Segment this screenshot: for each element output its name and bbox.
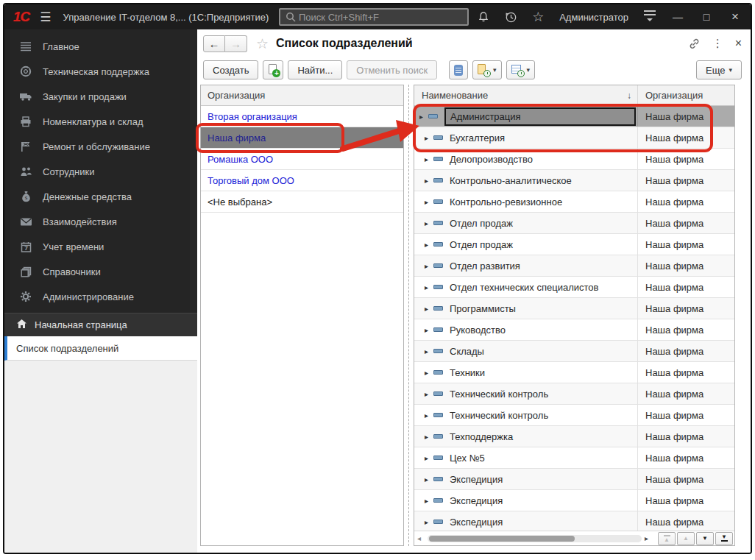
table-row[interactable]: ▸БухгалтерияНаша фирма <box>414 127 734 149</box>
go-bottom-button[interactable]: ▼ <box>715 532 733 545</box>
close-form-icon[interactable]: × <box>735 37 742 50</box>
cell-organization[interactable]: Наша фирма <box>638 362 734 383</box>
cell-organization[interactable]: Наша фирма <box>638 170 734 191</box>
sidebar-item-5[interactable]: Сотрудники <box>4 159 197 184</box>
expand-triangle-icon[interactable]: ▸ <box>425 283 433 291</box>
expand-triangle-icon[interactable]: ▸ <box>425 518 433 526</box>
create-new-group-button[interactable]: + <box>263 60 283 79</box>
cell-organization[interactable]: Наша фирма <box>638 213 734 233</box>
expand-triangle-icon[interactable]: ▸ <box>425 475 433 483</box>
back-button[interactable]: ← <box>203 35 225 52</box>
sidebar-item-9[interactable]: Справочники <box>4 259 197 284</box>
global-search[interactable] <box>279 8 469 26</box>
favorites-star-icon[interactable]: ☆ <box>531 10 545 24</box>
organizations-header[interactable]: Организация <box>201 85 403 106</box>
organization-row-4[interactable]: <Не выбрана> <box>201 191 403 213</box>
expand-triangle-icon[interactable]: ▸ <box>425 155 433 163</box>
table-row[interactable]: ▸ПрограммистыНаша фирма <box>414 298 734 319</box>
cell-organization[interactable]: Наша фирма <box>638 149 734 169</box>
expand-triangle-icon[interactable]: ▸ <box>425 326 433 334</box>
sidebar-item-8[interactable]: 7Учет времени <box>4 234 197 259</box>
cell-name[interactable]: ▸Техподдержка <box>414 426 638 447</box>
list-mode-button[interactable] <box>449 60 468 79</box>
scrollbar-thumb[interactable] <box>429 536 575 542</box>
history-clock-icon[interactable] <box>503 10 518 24</box>
notifications-bell-icon[interactable] <box>476 10 491 24</box>
table-row[interactable]: ▸Контрольно-аналитическоеНаша фирма <box>414 170 734 191</box>
forward-button[interactable]: → <box>225 35 247 52</box>
cell-name[interactable]: ▸Отдел продаж <box>414 234 638 255</box>
cell-name[interactable]: ▸Техники <box>414 362 638 383</box>
expand-triangle-icon[interactable]: ▸ <box>425 411 433 419</box>
history-list-button[interactable]: ▾ <box>506 60 536 79</box>
search-input[interactable] <box>299 12 463 23</box>
expand-triangle-icon[interactable]: ▸ <box>425 433 433 441</box>
table-row[interactable]: ▸ЭкспедицияНаша фирма <box>414 490 734 511</box>
column-header-org[interactable]: Организация <box>638 90 734 101</box>
cell-name[interactable]: ▸Отдел продаж <box>414 213 638 233</box>
sidebar-item-7[interactable]: Взаимодействия <box>4 209 197 234</box>
cell-name[interactable]: ▸Бухгалтерия <box>414 127 638 148</box>
table-row[interactable]: ▸Цех №5Наша фирма <box>414 447 734 469</box>
cell-name[interactable]: ▸Контрольно-аналитическое <box>414 170 638 191</box>
expand-triangle-icon[interactable]: ▸ <box>425 262 433 270</box>
expand-triangle-icon[interactable]: ▸ <box>425 390 433 398</box>
scroll-left-icon[interactable]: ◂ <box>417 534 425 542</box>
table-row[interactable]: ▸Отдел продажНаша фирма <box>414 234 734 255</box>
cell-name[interactable]: ▸Экспедиция <box>414 469 638 489</box>
cell-name[interactable]: ▸Отдел развития <box>414 255 638 276</box>
cell-organization[interactable]: Наша фирма <box>638 511 734 532</box>
sidebar-item-4[interactable]: Ремонт и обслуживание <box>4 134 197 159</box>
sidebar-item-0[interactable]: Главное <box>4 34 197 59</box>
horizontal-scrollbar[interactable] <box>428 535 642 542</box>
current-user[interactable]: Администратор <box>559 12 628 23</box>
sidebar-item-home[interactable]: Начальная страница <box>4 313 197 336</box>
scroll-right-icon[interactable]: ▸ <box>645 534 652 542</box>
service-menu-icon[interactable] <box>642 10 657 24</box>
cell-name[interactable]: ▸Склады <box>414 341 638 361</box>
cell-name[interactable]: ▸Контрольно-ревизионное <box>414 191 638 212</box>
expand-triangle-icon[interactable]: ▸ <box>425 198 433 206</box>
go-top-button[interactable]: ▲ <box>658 532 676 545</box>
cell-organization[interactable]: Наша фирма <box>638 127 734 148</box>
cell-organization[interactable]: Наша фирма <box>638 319 734 340</box>
table-row[interactable]: ▸ТехникиНаша фирма <box>414 362 734 383</box>
sidebar-item-3[interactable]: Номенклатура и склад <box>4 109 197 134</box>
expand-triangle-icon[interactable]: ▸ <box>425 454 433 462</box>
more-actions-button[interactable]: Еще ▾ <box>696 60 742 79</box>
cell-name[interactable]: ▸Технический контроль <box>414 405 638 425</box>
cell-name[interactable]: ▸Экспедиция <box>414 490 638 511</box>
expand-triangle-icon[interactable]: ▸ <box>425 177 433 185</box>
expand-triangle-icon[interactable]: ▸ <box>425 369 433 377</box>
sidebar-item-2[interactable]: Закупки и продажи <box>4 84 197 109</box>
table-row[interactable]: ▸ЭкспедицияНаша фирма <box>414 469 734 490</box>
expand-triangle-icon[interactable]: ▸ <box>419 113 428 121</box>
organization-row-1[interactable]: Наша фирма <box>201 127 403 149</box>
cell-organization[interactable]: Наша фирма <box>638 191 734 212</box>
table-row[interactable]: ▸ДелопроизводствоНаша фирма <box>414 149 734 170</box>
table-row[interactable]: ▸Отдел развитияНаша фирма <box>414 255 734 277</box>
page-up-button[interactable]: ▲ <box>677 532 695 545</box>
cell-organization[interactable]: Наша фирма <box>638 469 734 489</box>
cell-name[interactable]: ▸Экспедиция <box>414 511 638 532</box>
panel-splitter[interactable] <box>408 85 409 546</box>
expand-triangle-icon[interactable]: ▸ <box>425 241 433 249</box>
favorite-page-star-icon[interactable]: ☆ <box>256 35 269 52</box>
table-row[interactable]: ▸АдминистрацияНаша фирма <box>414 106 734 127</box>
get-link-icon[interactable] <box>688 38 701 49</box>
column-header-name[interactable]: Наименование ↓ <box>414 85 638 105</box>
close-window-button[interactable]: × <box>727 10 743 24</box>
cell-organization[interactable]: Наша фирма <box>638 383 734 404</box>
organization-row-3[interactable]: Торговый дом ООО <box>201 170 403 191</box>
sidebar-item-6[interactable]: sДенежные средства <box>4 184 197 209</box>
organization-row-2[interactable]: Ромашка ООО <box>201 149 403 170</box>
table-row[interactable]: ▸Отдел продажНаша фирма <box>414 213 734 234</box>
cell-name[interactable]: ▸Цех №5 <box>414 447 638 468</box>
history-document-button[interactable]: ▾ <box>472 60 502 79</box>
cell-name[interactable]: ▸Технический контроль <box>414 383 638 404</box>
table-row[interactable]: ▸Технический контрольНаша фирма <box>414 405 734 426</box>
expand-triangle-icon[interactable]: ▸ <box>425 134 433 142</box>
maximize-button[interactable]: □ <box>698 11 715 23</box>
cell-organization[interactable]: Наша фирма <box>638 447 734 468</box>
cell-organization[interactable]: Наша фирма <box>638 277 734 297</box>
